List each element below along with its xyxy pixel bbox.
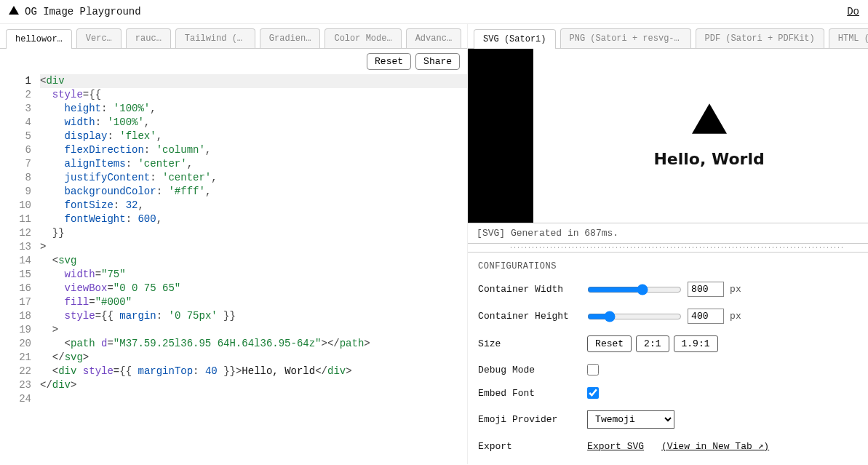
config-row-embed-font: Embed Font: [478, 387, 868, 399]
export-svg-link[interactable]: Export SVG: [587, 441, 644, 452]
config-row-height: Container Height px: [478, 309, 868, 324]
code-content[interactable]: <div style={{ height: '100%', width: '10…: [40, 74, 467, 464]
view-new-tab-link[interactable]: (View in New Tab ↗): [661, 440, 769, 452]
left-tab-4[interactable]: Gradien…: [260, 28, 321, 48]
drag-dots-icon: ········································…: [509, 244, 843, 252]
logo-icon: [9, 6, 19, 17]
height-label: Container Height: [478, 311, 580, 322]
right-tabs: SVG (Satori)PNG (Satori + resvg-js)PDF (…: [468, 24, 868, 49]
reset-button[interactable]: Reset: [367, 53, 411, 70]
preview-canvas: Hello, World: [533, 49, 868, 223]
width-label: Container Width: [478, 284, 580, 295]
right-tab-1[interactable]: PNG (Satori + resvg-js): [560, 28, 691, 48]
height-slider[interactable]: [587, 311, 682, 322]
left-tab-1[interactable]: Verc…: [76, 28, 122, 48]
left-tab-6[interactable]: Advanc…: [406, 28, 461, 48]
preview-text: Hello, World: [653, 150, 764, 168]
size-label: Size: [478, 338, 580, 349]
left-panel: hellowor…Verc…rauc…Tailwind (experiment……: [0, 24, 468, 464]
right-tab-0[interactable]: SVG (Satori): [474, 29, 555, 49]
size-reset-button[interactable]: Reset: [587, 335, 632, 352]
preview-area: Hello, World: [468, 49, 868, 223]
code-editor[interactable]: 123456789101112131415161718192021222324 …: [0, 74, 467, 464]
emoji-select[interactable]: Twemoji: [587, 410, 674, 429]
config-row-emoji: Emoji Provider Twemoji: [478, 410, 868, 429]
preview-black-strip: [468, 49, 533, 223]
height-unit: px: [730, 311, 741, 322]
app-title: OG Image Playground: [25, 6, 141, 17]
header: OG Image Playground Do: [0, 0, 868, 24]
config-row-debug: Debug Mode: [478, 364, 868, 375]
embed-font-checkbox[interactable]: [587, 387, 599, 399]
editor-toolbar: Reset Share: [0, 49, 467, 74]
left-tab-3[interactable]: Tailwind (experiment…: [175, 28, 255, 48]
left-tab-5[interactable]: Color Mode…: [324, 28, 401, 48]
export-label: Export: [478, 441, 580, 452]
size-preset-19-1-button[interactable]: 1.9:1: [674, 335, 718, 352]
config-row-width: Container Width px: [478, 282, 868, 297]
right-panel: SVG (Satori)PNG (Satori + resvg-js)PDF (…: [468, 24, 868, 464]
config-row-size: Size Reset 2:1 1.9:1: [478, 335, 868, 352]
width-unit: px: [730, 284, 741, 295]
width-input[interactable]: [688, 282, 724, 297]
right-tab-3[interactable]: HTML (: [829, 28, 868, 48]
left-tabs: hellowor…Verc…rauc…Tailwind (experiment……: [0, 24, 467, 49]
header-left: OG Image Playground: [9, 6, 141, 17]
resize-handle[interactable]: ········································…: [468, 244, 868, 253]
size-preset-2-1-button[interactable]: 2:1: [636, 335, 669, 352]
debug-checkbox[interactable]: [587, 364, 599, 375]
embed-font-label: Embed Font: [478, 388, 580, 399]
width-slider[interactable]: [587, 284, 682, 295]
right-tab-2[interactable]: PDF (Satori + PDFKit): [696, 28, 824, 48]
header-docs-link[interactable]: Do: [847, 6, 859, 17]
height-input[interactable]: [688, 309, 724, 324]
debug-label: Debug Mode: [478, 365, 580, 375]
share-button[interactable]: Share: [415, 53, 460, 70]
status-text: [SVG] Generated in 687ms.: [468, 223, 868, 244]
header-right: Do: [847, 6, 859, 17]
config-heading: CONFIGURATIONS: [478, 261, 868, 271]
emoji-label: Emoji Provider: [478, 414, 580, 425]
left-tab-2[interactable]: rauc…: [126, 28, 171, 48]
line-gutter: 123456789101112131415161718192021222324: [0, 74, 40, 464]
config-panel: CONFIGURATIONS Container Width px Contai…: [468, 253, 868, 464]
config-row-export: Export Export SVG (View in New Tab ↗): [478, 440, 868, 452]
left-tab-0[interactable]: hellowor…: [6, 29, 72, 49]
triangle-icon: [692, 103, 727, 137]
